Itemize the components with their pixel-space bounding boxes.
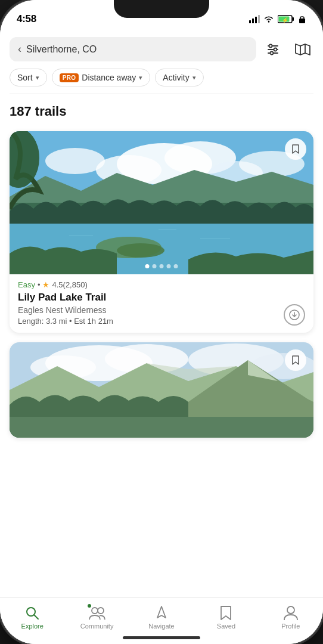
signal-icon xyxy=(249,15,260,23)
svg-marker-16 xyxy=(296,44,310,55)
community-nav-icon xyxy=(89,605,105,621)
bookmark-button-1[interactable] xyxy=(285,138,306,160)
mountain-scene-image xyxy=(10,342,313,438)
svg-point-28 xyxy=(117,243,164,258)
dot-5 xyxy=(174,264,178,268)
svg-point-24 xyxy=(45,148,105,174)
activity-chevron: ▾ xyxy=(192,74,196,82)
dot-4 xyxy=(167,264,171,268)
svg-rect-3 xyxy=(258,15,260,23)
screen: ‹ Silverthorne, CO xyxy=(0,30,323,644)
trail-image-2 xyxy=(10,342,313,438)
scroll-content[interactable]: Easy • ★ 4.5(2,850) Lily Pad Lake Trail … xyxy=(0,124,323,597)
svg-rect-40 xyxy=(10,417,313,438)
trail-card-2[interactable] xyxy=(10,342,313,438)
sliders-icon xyxy=(266,42,280,57)
lock-icon xyxy=(298,15,306,23)
profile-nav-label: Profile xyxy=(281,623,300,630)
home-indicator xyxy=(123,636,200,639)
map-icon xyxy=(295,42,310,57)
notch xyxy=(114,0,209,18)
svg-text:⚡: ⚡ xyxy=(282,17,289,24)
trail-count-text: 187 trails xyxy=(10,104,66,119)
nav-saved[interactable]: Saved xyxy=(194,603,258,632)
explore-nav-icon xyxy=(24,605,40,621)
svg-point-44 xyxy=(98,608,104,614)
trail-stats-1: Length: 3.3 mi • Est 1h 21m xyxy=(18,317,305,326)
saved-nav-label: Saved xyxy=(217,623,235,630)
back-arrow-icon[interactable]: ‹ xyxy=(18,43,21,55)
search-input-container[interactable]: ‹ Silverthorne, CO xyxy=(10,37,256,61)
phone-frame: 4:58 xyxy=(0,0,323,644)
search-bar: ‹ Silverthorne, CO xyxy=(10,37,313,61)
explore-nav-label: Explore xyxy=(21,623,44,630)
battery-charging-icon: ⚡ xyxy=(278,15,294,23)
saved-icon xyxy=(219,605,232,621)
trail-info-1: Easy • ★ 4.5(2,850) Lily Pad Lake Trail … xyxy=(10,274,313,333)
trail-rating: 4.5(2,850) xyxy=(52,280,87,289)
trail-area-1: Eagles Nest Wilderness xyxy=(18,305,305,315)
community-dot xyxy=(88,604,91,608)
svg-point-43 xyxy=(92,608,98,614)
map-button[interactable] xyxy=(292,39,313,60)
svg-rect-2 xyxy=(255,17,257,23)
search-nav-icon xyxy=(24,605,40,621)
dot-1 xyxy=(145,264,150,268)
pro-badge: PRO xyxy=(60,73,79,82)
profile-nav-icon xyxy=(284,605,298,621)
svg-rect-6 xyxy=(293,17,294,21)
dot-2 xyxy=(153,264,157,268)
search-action-icons xyxy=(262,39,313,60)
distance-filter[interactable]: PRO Distance away ▾ xyxy=(52,69,151,86)
svg-point-14 xyxy=(274,48,277,51)
svg-point-4 xyxy=(268,21,270,23)
dot-3 xyxy=(160,264,164,268)
status-time: 4:58 xyxy=(17,13,36,25)
svg-point-15 xyxy=(271,51,274,54)
activity-filter[interactable]: Activity ▾ xyxy=(155,69,203,86)
star-icon: ★ xyxy=(42,280,49,289)
community-nav-label: Community xyxy=(80,623,114,630)
saved-nav-icon xyxy=(219,605,232,621)
bookmark-button-2[interactable] xyxy=(285,349,306,371)
community-icon xyxy=(89,605,105,621)
nav-explore[interactable]: Explore xyxy=(0,603,64,632)
distance-chevron: ▾ xyxy=(139,74,142,82)
sort-label: Sort xyxy=(17,73,33,82)
bookmark-icon-2 xyxy=(290,355,301,366)
status-icons: ⚡ xyxy=(249,15,306,23)
profile-icon xyxy=(284,605,298,621)
distance-label: Distance away xyxy=(82,73,136,82)
lake-scene-image xyxy=(10,131,313,274)
search-location-text: Silverthorne, CO xyxy=(26,44,248,55)
svg-rect-9 xyxy=(299,18,305,23)
filter-row: Sort ▾ PRO Distance away ▾ Activity ▾ xyxy=(10,69,313,94)
svg-point-45 xyxy=(287,606,294,614)
trail-image xyxy=(10,131,313,274)
trail-name-1: Lily Pad Lake Trail xyxy=(18,292,305,304)
navigate-icon xyxy=(154,605,169,621)
image-dots xyxy=(145,264,178,268)
filters-button[interactable] xyxy=(262,39,284,60)
nav-profile[interactable]: Profile xyxy=(259,603,323,632)
svg-point-13 xyxy=(269,44,272,47)
trail-meta-1: Easy • ★ 4.5(2,850) xyxy=(18,280,305,289)
download-button[interactable] xyxy=(284,304,305,326)
difficulty-badge: Easy xyxy=(18,280,35,289)
sort-filter[interactable]: Sort ▾ xyxy=(10,69,47,86)
navigate-nav-label: Navigate xyxy=(148,623,174,630)
trail-card[interactable]: Easy • ★ 4.5(2,850) Lily Pad Lake Trail … xyxy=(10,131,313,333)
navigate-nav-icon xyxy=(154,605,169,621)
nav-community[interactable]: Community xyxy=(64,603,129,632)
svg-rect-1 xyxy=(252,18,254,23)
activity-label: Activity xyxy=(163,73,189,82)
top-section: ‹ Silverthorne, CO xyxy=(0,30,323,94)
wifi-icon xyxy=(263,15,274,23)
svg-rect-0 xyxy=(249,20,251,23)
nav-navigate[interactable]: Navigate xyxy=(129,603,194,632)
sort-chevron: ▾ xyxy=(36,74,39,82)
download-icon xyxy=(289,309,300,320)
bookmark-icon xyxy=(290,144,301,154)
svg-line-42 xyxy=(34,615,38,619)
trail-count-section: 187 trails xyxy=(0,94,323,124)
